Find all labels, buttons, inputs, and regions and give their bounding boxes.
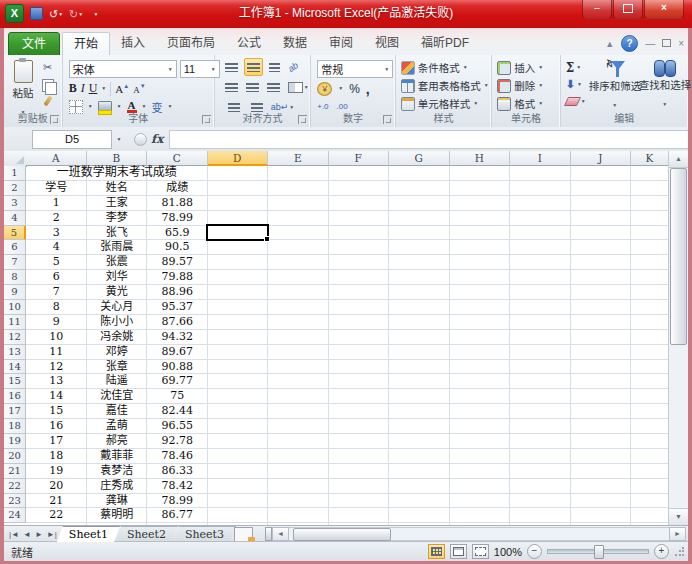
cells-item-格式[interactable]: 格式▼ — [497, 96, 543, 111]
fill-button[interactable]: ⬇▼ — [566, 78, 586, 91]
cell-B5[interactable]: 张飞 — [87, 226, 148, 240]
workbook-restore-icon[interactable] — [662, 37, 671, 51]
collapse-ribbon-icon[interactable]: ▲ — [605, 39, 614, 49]
cell-A11[interactable]: 9 — [26, 315, 87, 329]
font-name-combobox[interactable]: 宋体▼ — [69, 60, 177, 78]
cell-B24[interactable]: 蔡明明 — [87, 508, 148, 522]
insert-worksheet-button[interactable] — [234, 527, 253, 542]
row-header-9[interactable]: 9 — [4, 285, 26, 300]
row-header-16[interactable]: 16 — [4, 389, 26, 404]
cell-B8[interactable]: 刘华 — [87, 270, 148, 284]
cell-C7[interactable]: 89.57 — [147, 255, 208, 269]
cell-A8[interactable]: 6 — [26, 270, 87, 284]
cell-C12[interactable]: 94.32 — [147, 330, 208, 344]
cell-B11[interactable]: 陈小小 — [87, 315, 148, 329]
redo-button[interactable]: ↻▼ — [68, 6, 84, 22]
copy-button[interactable] — [40, 78, 55, 91]
cell-A1-merged-title[interactable]: 一班数学期末考试成绩 — [26, 166, 208, 180]
comma-style-button[interactable]: , — [366, 85, 370, 93]
cell-C15[interactable]: 69.77 — [147, 374, 208, 388]
cell-B13[interactable]: 邓婷 — [87, 345, 148, 359]
align-center-button[interactable] — [244, 79, 261, 95]
borders-dropdown-icon[interactable]: ▼ — [88, 104, 93, 109]
cell-B16[interactable]: 沈佳宜 — [87, 389, 148, 403]
close-button[interactable]: × — [644, 0, 684, 19]
page-break-view-button[interactable] — [472, 544, 489, 559]
cell-C13[interactable]: 89.67 — [147, 345, 208, 359]
number-format-combobox[interactable]: 常规▼ — [317, 60, 393, 78]
cell-A23[interactable]: 21 — [26, 494, 87, 508]
cell-B18[interactable]: 孟萌 — [87, 419, 148, 433]
next-sheet-icon[interactable]: ► — [35, 530, 43, 539]
zoom-slider-thumb[interactable] — [594, 545, 604, 559]
formula-input[interactable] — [169, 130, 688, 149]
cell-B21[interactable]: 袁梦洁 — [87, 464, 148, 478]
align-right-button[interactable] — [265, 79, 282, 95]
row-header-22[interactable]: 22 — [4, 479, 26, 494]
vertical-scroll-thumb[interactable] — [670, 168, 687, 345]
percent-style-button[interactable]: % — [349, 82, 360, 96]
normal-view-button[interactable] — [428, 544, 445, 559]
row-header-5[interactable]: 5 — [4, 226, 26, 241]
italic-button[interactable]: I — [81, 81, 85, 96]
cells-area[interactable]: 一班数学期末考试成绩学号姓名成绩1王家81.882李梦78.993张飞65.94… — [26, 166, 668, 525]
column-header-J[interactable]: J — [571, 151, 632, 166]
scroll-up-icon[interactable]: ▲ — [669, 151, 688, 168]
cell-C17[interactable]: 82.44 — [147, 404, 208, 418]
zoom-out-button[interactable]: − — [527, 544, 542, 559]
cell-C24[interactable]: 86.77 — [147, 508, 208, 522]
cell-C8[interactable]: 79.88 — [147, 270, 208, 284]
name-box[interactable]: D5 — [32, 130, 112, 149]
cell-C21[interactable]: 86.33 — [147, 464, 208, 478]
ribbon-tab-页面布局[interactable]: 页面布局 — [156, 32, 226, 55]
cell-C5[interactable]: 65.9 — [147, 226, 208, 240]
cell-C9[interactable]: 88.96 — [147, 285, 208, 299]
cell-B6[interactable]: 张雨晨 — [87, 240, 148, 254]
cell-A19[interactable]: 17 — [26, 434, 87, 448]
format-painter-button[interactable] — [40, 95, 55, 108]
cell-B9[interactable]: 黄光 — [87, 285, 148, 299]
cell-A10[interactable]: 8 — [26, 300, 87, 314]
horizontal-scroll-thumb[interactable] — [293, 528, 391, 541]
cell-C20[interactable]: 78.46 — [147, 449, 208, 463]
paste-button[interactable]: 粘贴 ▼ — [9, 60, 37, 114]
row-header-4[interactable]: 4 — [4, 211, 26, 226]
selected-cell-outline[interactable] — [206, 224, 269, 241]
cell-A9[interactable]: 7 — [26, 285, 87, 299]
cells-item-删除[interactable]: 删除▼ — [497, 78, 543, 93]
cell-B22[interactable]: 庄秀成 — [87, 479, 148, 493]
zoom-slider[interactable] — [547, 549, 649, 554]
cell-C23[interactable]: 78.99 — [147, 494, 208, 508]
cell-A24[interactable]: 22 — [26, 508, 87, 522]
cell-A22[interactable]: 20 — [26, 479, 87, 493]
workbook-minimize-icon[interactable]: — — [645, 37, 655, 51]
cells-item-插入[interactable]: 插入▼ — [497, 60, 543, 75]
row-header-18[interactable]: 18 — [4, 419, 26, 434]
column-header-E[interactable]: E — [268, 151, 329, 166]
bold-button[interactable]: B — [69, 81, 77, 96]
row-header-17[interactable]: 17 — [4, 404, 26, 419]
row-header-10[interactable]: 10 — [4, 300, 26, 315]
cell-C22[interactable]: 78.42 — [147, 479, 208, 493]
scroll-right-icon[interactable]: ► — [669, 527, 686, 541]
cell-A13[interactable]: 11 — [26, 345, 87, 359]
row-header-11[interactable]: 11 — [4, 315, 26, 330]
find-select-button[interactable]: 查找和选择 ▼ — [639, 59, 691, 110]
orientation-button[interactable]: ab — [286, 59, 300, 75]
styles-item-套用表格格式[interactable]: 套用表格格式▼ — [401, 78, 489, 93]
cell-B17[interactable]: 嘉佳 — [87, 404, 148, 418]
save-button[interactable] — [28, 6, 44, 22]
cell-A5[interactable]: 3 — [26, 226, 87, 240]
cell-A21[interactable]: 19 — [26, 464, 87, 478]
column-header-A[interactable]: A — [26, 151, 87, 166]
cell-C3[interactable]: 81.88 — [147, 196, 208, 210]
zoom-in-button[interactable]: + — [654, 544, 669, 559]
select-all-button[interactable] — [4, 151, 27, 167]
row-header-2[interactable]: 2 — [4, 181, 26, 196]
cell-C14[interactable]: 90.88 — [147, 360, 208, 374]
cell-A15[interactable]: 13 — [26, 374, 87, 388]
cell-C19[interactable]: 92.78 — [147, 434, 208, 448]
cell-A6[interactable]: 4 — [26, 240, 87, 254]
first-sheet-icon[interactable]: |◄ — [9, 530, 19, 539]
excel-logo-icon[interactable]: X — [5, 4, 24, 23]
